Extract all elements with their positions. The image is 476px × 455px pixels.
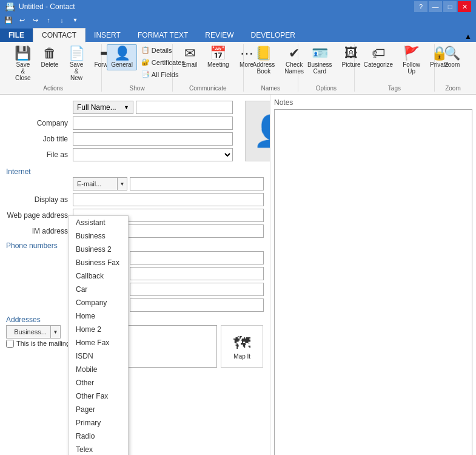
- dropdown-item[interactable]: Business 2: [69, 243, 128, 256]
- dropdown-item[interactable]: ISDN: [69, 349, 128, 363]
- email-label: Email: [182, 61, 197, 68]
- categorize-button[interactable]: 🏷 Categorize: [360, 44, 397, 70]
- tab-file[interactable]: FILE: [0, 29, 33, 42]
- job-title-input[interactable]: [73, 132, 233, 146]
- redo-qa-btn[interactable]: ↪: [29, 15, 41, 25]
- mobile-phone-row: Mobile... ▼: [6, 298, 264, 312]
- up-qa-btn[interactable]: ↑: [42, 15, 55, 25]
- save-qa-btn[interactable]: 💾: [2, 15, 15, 25]
- follow-up-button[interactable]: 🚩 FollowUp: [398, 44, 424, 77]
- zoom-icon: 🔍: [444, 47, 460, 60]
- title-bar-left: 📇 Untitled - Contact: [5, 2, 75, 12]
- collapse-ribbon-btn[interactable]: ▲: [463, 31, 474, 42]
- meeting-label: Meeting: [207, 61, 229, 68]
- full-name-btn-label: Full Name...: [77, 103, 116, 112]
- delete-label: Delete: [41, 61, 58, 68]
- save-new-button[interactable]: 📄 Save &New: [63, 44, 90, 84]
- delete-button[interactable]: 🗑 Delete: [38, 44, 62, 70]
- home-phone-input[interactable]: [130, 267, 264, 280]
- zoom-button[interactable]: 🔍 Zoom: [440, 44, 464, 70]
- meeting-button[interactable]: 📅 Meeting: [203, 44, 233, 70]
- dropdown-item[interactable]: Mobile: [69, 363, 128, 376]
- ribbon-group-communicate: ✉ Email 📅 Meeting ⋯ More Communicate: [173, 44, 244, 92]
- dropdown-item[interactable]: Pager: [69, 403, 128, 416]
- email-button[interactable]: ✉ Email: [178, 44, 202, 70]
- address-type-btn[interactable]: Business... ▼: [6, 325, 61, 339]
- tab-review[interactable]: REVIEW: [196, 29, 242, 42]
- company-input[interactable]: [73, 116, 233, 130]
- tab-insert[interactable]: INSERT: [85, 29, 129, 42]
- address-type-arrow: ▼: [50, 326, 60, 338]
- save-close-button[interactable]: 💾 Save &Close: [10, 44, 36, 84]
- undo-qa-btn[interactable]: ↩: [16, 15, 28, 25]
- business-phone-input[interactable]: [130, 251, 264, 265]
- ribbon-group-show: 👤 General 📋 Details 🔐 Certificates 📑 All…: [102, 44, 173, 92]
- fax-phone-input[interactable]: [130, 283, 264, 296]
- dropdown-item[interactable]: Company: [69, 296, 128, 309]
- more-qa-btn[interactable]: ▼: [69, 15, 81, 25]
- email-dropdown-label: E-mail...: [73, 180, 117, 188]
- minimize-button[interactable]: —: [429, 1, 442, 12]
- email-dropdown-btn[interactable]: E-mail... ▼: [73, 177, 127, 190]
- avatar-icon: 👤: [253, 113, 270, 149]
- ribbon-group-zoom: 🔍 Zoom Zoom: [435, 44, 471, 92]
- business-card-icon: 🪪: [312, 47, 328, 60]
- dropdown-item[interactable]: Telex: [69, 443, 128, 455]
- business-card-label: BusinessCard: [307, 61, 332, 75]
- web-page-row: Web page address: [6, 209, 264, 222]
- file-as-row: File as: [6, 148, 233, 161]
- ribbon-group-options: 🪪 BusinessCard 🖼 Picture Options: [298, 44, 355, 92]
- dropdown-item[interactable]: Other: [69, 376, 128, 389]
- email-input[interactable]: [130, 177, 264, 190]
- tab-contact[interactable]: CONTACT: [33, 28, 85, 42]
- business-card-button[interactable]: 🪪 BusinessCard: [303, 44, 337, 77]
- down-qa-btn[interactable]: ↓: [56, 15, 68, 25]
- details-icon: 📋: [141, 46, 150, 54]
- dropdown-item[interactable]: Home: [69, 309, 128, 323]
- dropdown-item[interactable]: Callback: [69, 269, 128, 283]
- help-button[interactable]: ?: [414, 1, 427, 12]
- dropdown-item[interactable]: Business Fax: [69, 256, 128, 269]
- notes-panel: Notes: [270, 95, 476, 455]
- zoom-label: Zoom: [444, 61, 460, 68]
- dropdown-item[interactable]: Business: [69, 229, 128, 243]
- address-btn-spacer: Business... ▼: [6, 325, 73, 339]
- dropdown-item[interactable]: Primary: [69, 416, 128, 430]
- ribbon-tab-bar: FILE CONTACT INSERT FORMAT TEXT REVIEW D…: [0, 27, 476, 42]
- mailing-address-checkbox[interactable]: [6, 340, 14, 348]
- dropdown-item[interactable]: Other Fax: [69, 389, 128, 403]
- full-name-button[interactable]: Full Name... ▼: [73, 101, 133, 114]
- dropdown-item[interactable]: Radio: [69, 430, 128, 443]
- address-book-button[interactable]: 📒 AddressBook: [249, 44, 280, 77]
- job-title-row: Job title: [6, 132, 233, 146]
- file-as-select[interactable]: [73, 148, 233, 161]
- address-book-label: AddressBook: [253, 61, 275, 75]
- tab-format-text[interactable]: FORMAT TEXT: [129, 29, 196, 42]
- dropdown-item[interactable]: Home 2: [69, 323, 128, 336]
- names-label: Names: [249, 85, 293, 92]
- ribbon-group-tags: 🏷 Categorize 🚩 FollowUp 🔒 Private Tags: [355, 44, 435, 92]
- form-area: Full Name... ▼ Company Job title: [0, 95, 270, 455]
- display-as-input[interactable]: [73, 193, 264, 206]
- close-button[interactable]: ✕: [458, 1, 471, 12]
- mobile-phone-input[interactable]: [130, 298, 264, 312]
- app-icon: 📇: [5, 2, 15, 12]
- tab-developer[interactable]: DEVELOPER: [243, 29, 304, 42]
- notes-label: Notes: [274, 98, 472, 107]
- fields-section: Full Name... ▼ Company Job title: [6, 101, 233, 164]
- file-as-label: File as: [6, 150, 73, 159]
- address-section: Addresses Business... ▼ This is the mail…: [6, 315, 264, 368]
- display-as-label: Display as: [6, 195, 73, 204]
- window-title: Untitled - Contact: [19, 2, 75, 11]
- full-name-input[interactable]: [136, 101, 233, 114]
- general-button[interactable]: 👤 General: [107, 44, 137, 70]
- map-it-btn[interactable]: 🗺 Map It: [221, 325, 263, 368]
- email-dropdown-arrow: ▼: [117, 178, 127, 190]
- phone-section: Phone numbers Business... ▼ Home... ▼: [6, 241, 264, 312]
- notes-textarea[interactable]: [274, 109, 472, 455]
- maximize-button[interactable]: □: [443, 1, 457, 12]
- dropdown-item[interactable]: Assistant: [69, 216, 128, 229]
- dropdown-item[interactable]: Home Fax: [69, 336, 128, 349]
- quick-access-toolbar: 💾 ↩ ↪ ↑ ↓ ▼: [0, 13, 476, 27]
- dropdown-item[interactable]: Car: [69, 283, 128, 296]
